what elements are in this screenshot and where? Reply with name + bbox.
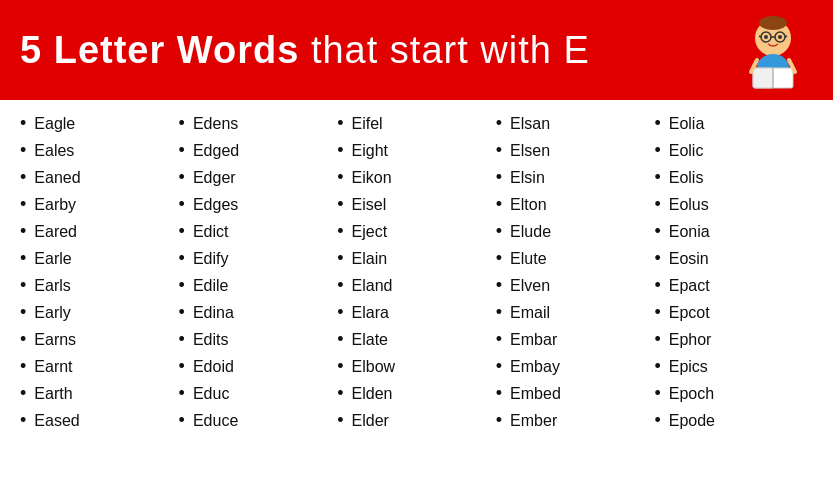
word-text: Earns <box>34 331 76 349</box>
list-item: Epact <box>654 272 813 299</box>
svg-point-7 <box>764 35 768 39</box>
word-text: Earls <box>34 277 70 295</box>
word-text: Elder <box>352 412 389 430</box>
word-text: Eosin <box>669 250 709 268</box>
mascot-icon <box>733 10 813 90</box>
list-item: Epoch <box>654 380 813 407</box>
word-text: Edges <box>193 196 238 214</box>
word-text: Elude <box>510 223 551 241</box>
word-text: Educe <box>193 412 238 430</box>
word-text: Eland <box>352 277 393 295</box>
word-text: Elden <box>352 385 393 403</box>
list-item: Eland <box>337 272 496 299</box>
word-text: Eject <box>352 223 388 241</box>
word-text: Edify <box>193 250 229 268</box>
word-text: Eased <box>34 412 79 430</box>
list-item: Eikon <box>337 164 496 191</box>
word-column-0: EagleEalesEanedEarbyEaredEarleEarlsEarly… <box>20 110 179 434</box>
svg-point-8 <box>778 35 782 39</box>
word-text: Ephor <box>669 331 712 349</box>
word-text: Eolic <box>669 142 704 160</box>
word-text: Eolus <box>669 196 709 214</box>
word-text: Eales <box>34 142 74 160</box>
list-item: Elude <box>496 218 655 245</box>
list-item: Edged <box>179 137 338 164</box>
svg-point-1 <box>759 16 787 30</box>
list-item: Email <box>496 299 655 326</box>
list-item: Elton <box>496 191 655 218</box>
word-text: Email <box>510 304 550 322</box>
word-text: Elara <box>352 304 389 322</box>
word-text: Embed <box>510 385 561 403</box>
word-text: Educ <box>193 385 229 403</box>
word-text: Earby <box>34 196 76 214</box>
word-text: Eonia <box>669 223 710 241</box>
list-item: Ephor <box>654 326 813 353</box>
list-item: Educe <box>179 407 338 434</box>
list-item: Eales <box>20 137 179 164</box>
word-text: Epics <box>669 358 708 376</box>
list-item: Elsen <box>496 137 655 164</box>
word-text: Eolis <box>669 169 704 187</box>
list-item: Earby <box>20 191 179 218</box>
word-text: Elsen <box>510 142 550 160</box>
word-text: Epode <box>669 412 715 430</box>
list-item: Eagle <box>20 110 179 137</box>
list-item: Eject <box>337 218 496 245</box>
list-item: Elate <box>337 326 496 353</box>
word-text: Eisel <box>352 196 387 214</box>
list-item: Edits <box>179 326 338 353</box>
word-text: Elute <box>510 250 546 268</box>
word-text: Embar <box>510 331 557 349</box>
word-text: Elate <box>352 331 388 349</box>
list-item: Elute <box>496 245 655 272</box>
list-item: Earle <box>20 245 179 272</box>
list-item: Earth <box>20 380 179 407</box>
list-item: Edger <box>179 164 338 191</box>
list-item: Eolis <box>654 164 813 191</box>
word-text: Embay <box>510 358 560 376</box>
list-item: Elder <box>337 407 496 434</box>
list-item: Eisel <box>337 191 496 218</box>
list-item: Edina <box>179 299 338 326</box>
list-item: Embay <box>496 353 655 380</box>
list-item: Edges <box>179 191 338 218</box>
word-text: Edina <box>193 304 234 322</box>
list-item: Eaned <box>20 164 179 191</box>
word-text: Edoid <box>193 358 234 376</box>
list-item: Educ <box>179 380 338 407</box>
word-text: Edged <box>193 142 239 160</box>
word-text: Epcot <box>669 304 710 322</box>
word-text: Eifel <box>352 115 383 133</box>
word-list-content: EagleEalesEanedEarbyEaredEarleEarlsEarly… <box>0 100 833 444</box>
list-item: Earls <box>20 272 179 299</box>
svg-line-6 <box>785 36 787 37</box>
header-banner: 5 Letter Words that start with E <box>0 0 833 100</box>
word-text: Edens <box>193 115 238 133</box>
list-item: Edict <box>179 218 338 245</box>
word-text: Elven <box>510 277 550 295</box>
header-title: 5 Letter Words that start with E <box>20 29 590 72</box>
word-text: Eaned <box>34 169 80 187</box>
list-item: Eight <box>337 137 496 164</box>
word-text: Eight <box>352 142 388 160</box>
title-bold: 5 Letter Words <box>20 29 299 71</box>
word-column-4: EoliaEolicEolisEolusEoniaEosinEpactEpcot… <box>654 110 813 434</box>
word-text: Elain <box>352 250 388 268</box>
list-item: Eared <box>20 218 179 245</box>
word-text: Epoch <box>669 385 714 403</box>
list-item: Eifel <box>337 110 496 137</box>
word-text: Edile <box>193 277 229 295</box>
list-item: Edify <box>179 245 338 272</box>
word-text: Elsan <box>510 115 550 133</box>
list-item: Earns <box>20 326 179 353</box>
list-item: Eosin <box>654 245 813 272</box>
svg-line-5 <box>759 36 761 37</box>
word-text: Earth <box>34 385 72 403</box>
word-text: Elbow <box>352 358 396 376</box>
list-item: Eolic <box>654 137 813 164</box>
word-text: Ember <box>510 412 557 430</box>
list-item: Epode <box>654 407 813 434</box>
list-item: Elbow <box>337 353 496 380</box>
page-wrapper: 5 Letter Words that start with E <box>0 0 833 444</box>
